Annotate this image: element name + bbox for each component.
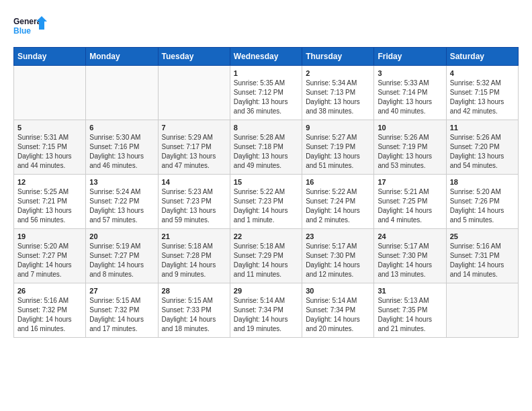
day-info: Sunrise: 5:33 AM Sunset: 7:14 PM Dayligh…	[378, 79, 442, 116]
day-number: 16	[306, 178, 370, 186]
day-number: 6	[89, 124, 154, 132]
day-header-friday: Friday	[374, 48, 446, 66]
calendar-week-2: 5Sunrise: 5:31 AM Sunset: 7:15 PM Daylig…	[14, 120, 519, 175]
day-number: 19	[17, 232, 82, 240]
day-number: 9	[306, 124, 370, 132]
day-info: Sunrise: 5:15 AM Sunset: 7:32 PM Dayligh…	[89, 296, 154, 334]
calendar-cell: 10Sunrise: 5:26 AM Sunset: 7:19 PM Dayli…	[374, 120, 446, 175]
day-info: Sunrise: 5:17 AM Sunset: 7:30 PM Dayligh…	[306, 242, 370, 279]
day-info: Sunrise: 5:32 AM Sunset: 7:15 PM Dayligh…	[450, 79, 515, 116]
calendar-cell: 20Sunrise: 5:19 AM Sunset: 7:27 PM Dayli…	[86, 229, 158, 283]
calendar-cell: 11Sunrise: 5:26 AM Sunset: 7:20 PM Dayli…	[446, 120, 518, 175]
day-info: Sunrise: 5:21 AM Sunset: 7:25 PM Dayligh…	[378, 187, 442, 225]
calendar-cell: 12Sunrise: 5:25 AM Sunset: 7:21 PM Dayli…	[14, 175, 86, 229]
calendar-cell: 5Sunrise: 5:31 AM Sunset: 7:15 PM Daylig…	[14, 120, 86, 175]
calendar-cell: 4Sunrise: 5:32 AM Sunset: 7:15 PM Daylig…	[446, 66, 518, 120]
calendar-cell: 22Sunrise: 5:18 AM Sunset: 7:29 PM Dayli…	[230, 229, 302, 283]
day-number: 13	[89, 178, 154, 186]
calendar-cell: 29Sunrise: 5:14 AM Sunset: 7:34 PM Dayli…	[230, 283, 302, 338]
day-header-sunday: Sunday	[14, 48, 86, 66]
day-number: 26	[17, 287, 82, 295]
calendar-cell: 26Sunrise: 5:16 AM Sunset: 7:32 PM Dayli…	[14, 283, 86, 338]
day-number: 5	[17, 124, 82, 132]
day-info: Sunrise: 5:15 AM Sunset: 7:33 PM Dayligh…	[162, 296, 226, 334]
day-number: 14	[162, 178, 226, 186]
day-info: Sunrise: 5:13 AM Sunset: 7:35 PM Dayligh…	[378, 296, 442, 334]
calendar-cell: 30Sunrise: 5:14 AM Sunset: 7:34 PM Dayli…	[302, 283, 374, 338]
day-info: Sunrise: 5:20 AM Sunset: 7:27 PM Dayligh…	[17, 242, 82, 279]
day-info: Sunrise: 5:18 AM Sunset: 7:28 PM Dayligh…	[162, 242, 226, 279]
calendar-cell: 9Sunrise: 5:27 AM Sunset: 7:19 PM Daylig…	[302, 120, 374, 175]
day-info: Sunrise: 5:22 AM Sunset: 7:24 PM Dayligh…	[306, 187, 370, 225]
day-number: 7	[162, 124, 226, 132]
day-number: 18	[450, 178, 515, 186]
calendar-week-1: 1Sunrise: 5:35 AM Sunset: 7:12 PM Daylig…	[14, 66, 519, 120]
svg-text:Blue: Blue	[13, 26, 31, 36]
day-info: Sunrise: 5:27 AM Sunset: 7:19 PM Dayligh…	[306, 133, 370, 171]
calendar-cell: 18Sunrise: 5:20 AM Sunset: 7:26 PM Dayli…	[446, 175, 518, 229]
day-number: 27	[89, 287, 154, 295]
day-header-tuesday: Tuesday	[158, 48, 230, 66]
day-info: Sunrise: 5:31 AM Sunset: 7:15 PM Dayligh…	[17, 133, 82, 171]
day-number: 17	[378, 178, 442, 186]
calendar-cell: 23Sunrise: 5:17 AM Sunset: 7:30 PM Dayli…	[302, 229, 374, 283]
day-number: 25	[450, 232, 515, 240]
day-number: 8	[234, 124, 298, 132]
day-info: Sunrise: 5:34 AM Sunset: 7:13 PM Dayligh…	[306, 79, 370, 116]
day-info: Sunrise: 5:14 AM Sunset: 7:34 PM Dayligh…	[234, 296, 298, 334]
day-header-monday: Monday	[86, 48, 158, 66]
calendar-cell: 2Sunrise: 5:34 AM Sunset: 7:13 PM Daylig…	[302, 66, 374, 120]
calendar-cell: 21Sunrise: 5:18 AM Sunset: 7:28 PM Dayli…	[158, 229, 230, 283]
day-header-saturday: Saturday	[446, 48, 518, 66]
day-info: Sunrise: 5:24 AM Sunset: 7:22 PM Dayligh…	[89, 187, 154, 225]
day-number: 3	[378, 69, 442, 77]
day-number: 29	[234, 287, 298, 295]
day-info: Sunrise: 5:29 AM Sunset: 7:17 PM Dayligh…	[162, 133, 226, 171]
calendar-cell	[86, 66, 158, 120]
day-number: 12	[17, 178, 82, 186]
day-number: 4	[450, 69, 515, 77]
day-info: Sunrise: 5:22 AM Sunset: 7:23 PM Dayligh…	[234, 187, 298, 225]
day-info: Sunrise: 5:16 AM Sunset: 7:31 PM Dayligh…	[450, 242, 515, 279]
day-info: Sunrise: 5:16 AM Sunset: 7:32 PM Dayligh…	[17, 296, 82, 334]
day-number: 21	[162, 232, 226, 240]
day-number: 24	[378, 232, 442, 240]
day-info: Sunrise: 5:26 AM Sunset: 7:20 PM Dayligh…	[450, 133, 515, 171]
day-number: 30	[306, 287, 370, 295]
day-number: 31	[378, 287, 442, 295]
day-info: Sunrise: 5:35 AM Sunset: 7:12 PM Dayligh…	[234, 79, 298, 116]
calendar-cell: 28Sunrise: 5:15 AM Sunset: 7:33 PM Dayli…	[158, 283, 230, 338]
calendar-table: SundayMondayTuesdayWednesdayThursdayFrid…	[13, 47, 519, 338]
day-number: 23	[306, 232, 370, 240]
calendar-cell: 31Sunrise: 5:13 AM Sunset: 7:35 PM Dayli…	[374, 283, 446, 338]
page-header: General Blue	[13, 13, 519, 40]
calendar-cell: 25Sunrise: 5:16 AM Sunset: 7:31 PM Dayli…	[446, 229, 518, 283]
calendar-cell: 13Sunrise: 5:24 AM Sunset: 7:22 PM Dayli…	[86, 175, 158, 229]
calendar-header-row: SundayMondayTuesdayWednesdayThursdayFrid…	[14, 48, 519, 66]
day-info: Sunrise: 5:23 AM Sunset: 7:23 PM Dayligh…	[162, 187, 226, 225]
day-info: Sunrise: 5:28 AM Sunset: 7:18 PM Dayligh…	[234, 133, 298, 171]
calendar-cell: 14Sunrise: 5:23 AM Sunset: 7:23 PM Dayli…	[158, 175, 230, 229]
day-info: Sunrise: 5:30 AM Sunset: 7:16 PM Dayligh…	[89, 133, 154, 171]
day-info: Sunrise: 5:19 AM Sunset: 7:27 PM Dayligh…	[89, 242, 154, 279]
day-info: Sunrise: 5:14 AM Sunset: 7:34 PM Dayligh…	[306, 296, 370, 334]
day-number: 20	[89, 232, 154, 240]
calendar-cell	[14, 66, 86, 120]
logo-svg: General Blue	[13, 13, 47, 40]
day-info: Sunrise: 5:26 AM Sunset: 7:19 PM Dayligh…	[378, 133, 442, 171]
calendar-week-3: 12Sunrise: 5:25 AM Sunset: 7:21 PM Dayli…	[14, 175, 519, 229]
calendar-cell: 17Sunrise: 5:21 AM Sunset: 7:25 PM Dayli…	[374, 175, 446, 229]
calendar-body: 1Sunrise: 5:35 AM Sunset: 7:12 PM Daylig…	[14, 66, 519, 338]
day-number: 22	[234, 232, 298, 240]
day-header-thursday: Thursday	[302, 48, 374, 66]
calendar-week-4: 19Sunrise: 5:20 AM Sunset: 7:27 PM Dayli…	[14, 229, 519, 283]
day-info: Sunrise: 5:18 AM Sunset: 7:29 PM Dayligh…	[234, 242, 298, 279]
day-info: Sunrise: 5:20 AM Sunset: 7:26 PM Dayligh…	[450, 187, 515, 225]
logo: General Blue	[13, 13, 47, 40]
calendar-cell: 16Sunrise: 5:22 AM Sunset: 7:24 PM Dayli…	[302, 175, 374, 229]
day-number: 11	[450, 124, 515, 132]
calendar-week-5: 26Sunrise: 5:16 AM Sunset: 7:32 PM Dayli…	[14, 283, 519, 338]
day-header-wednesday: Wednesday	[230, 48, 302, 66]
calendar-cell: 19Sunrise: 5:20 AM Sunset: 7:27 PM Dayli…	[14, 229, 86, 283]
calendar-cell: 6Sunrise: 5:30 AM Sunset: 7:16 PM Daylig…	[86, 120, 158, 175]
